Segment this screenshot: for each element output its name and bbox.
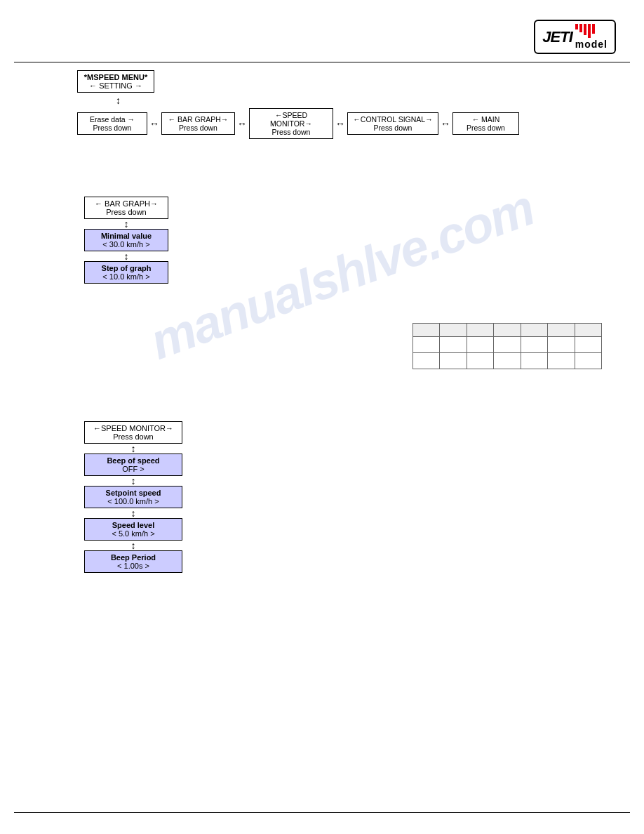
menu-box: *MSPEED MENU* ← SETTING → xyxy=(77,70,154,93)
top-rule xyxy=(14,62,630,62)
logo-bar-1 xyxy=(575,24,578,29)
speedmon-item-1-line1: Beep of speed xyxy=(89,456,177,465)
logo-bar-5 xyxy=(592,24,595,34)
flow-item-2-line1: ← BAR GRAPH→ xyxy=(166,115,230,124)
bargraph-item-2-line2: < 10.0 km/h > xyxy=(89,272,163,281)
logo: JETI model xyxy=(534,20,616,54)
speedmon-item-3-line1: Speed level xyxy=(89,521,177,529)
bg-hcell-4 xyxy=(494,324,521,336)
flow-item-3-line2: Press down xyxy=(254,128,328,136)
bg-cell-1-7 xyxy=(575,337,601,352)
arrow-down-sm-3: ↕ xyxy=(131,508,136,518)
bg-cell-1-4 xyxy=(494,337,521,352)
arrow-h-4: ↔ xyxy=(438,118,452,129)
bg-hcell-2 xyxy=(440,324,467,336)
speedmon-header-line2: Press down xyxy=(89,432,177,441)
bar-graph-visual xyxy=(412,323,602,369)
top-flow-row2: Erase data → Press down ↔ ← BAR GRAPH→ P… xyxy=(77,108,519,139)
section3-flow: ←SPEED MONITOR→ Press down ↕ Beep of spe… xyxy=(84,421,182,573)
bargraph-item-2-line1: Step of graph xyxy=(89,264,163,272)
bg-row-1 xyxy=(413,337,601,353)
arrow-down-sm-1: ↕ xyxy=(131,444,136,454)
bg-cell-2-5 xyxy=(521,353,548,369)
arrow-down-bg-2: ↕ xyxy=(124,251,129,261)
bargraph-header-line1: ← BAR GRAPH→ xyxy=(89,199,163,208)
speedmon-item-3-line2: < 5.0 km/h > xyxy=(89,529,177,538)
arrow-down-sm-2: ↕ xyxy=(131,476,136,486)
flow-item-3: ←SPEED MONITOR→ Press down xyxy=(249,108,333,139)
logo-bars xyxy=(575,24,595,38)
speedmon-item-4-line2: < 1.00s > xyxy=(89,562,177,570)
section2-flowchart: ← BAR GRAPH→ Press down ↕ Minimal value … xyxy=(84,197,168,284)
logo-bar-4 xyxy=(588,24,591,38)
arrow-h-1: ↔ xyxy=(147,118,161,129)
speedmon-item-2: Setpoint speed < 100.0 km/h > xyxy=(84,486,182,508)
bargraph-item-2: Step of graph < 10.0 km/h > xyxy=(84,261,168,284)
speedmon-item-2-line1: Setpoint speed xyxy=(89,489,177,497)
flow-item-1-line1: Erase data → xyxy=(82,115,142,124)
bg-header-row xyxy=(413,324,601,337)
bg-cell-1-5 xyxy=(521,337,548,352)
arrow-h-3: ↔ xyxy=(333,118,347,129)
flow-item-5: ← MAIN Press down xyxy=(452,112,519,135)
speedmon-header-box: ←SPEED MONITOR→ Press down xyxy=(84,421,182,444)
logo-bar-2 xyxy=(579,24,582,32)
bg-cell-2-2 xyxy=(440,353,467,369)
arrow-down-bg-1: ↕ xyxy=(124,219,129,229)
bg-cell-1-2 xyxy=(440,337,467,352)
flow-item-4-line2: Press down xyxy=(352,124,434,132)
logo-jeti-text: JETI xyxy=(542,28,572,46)
arrow-h-2: ↔ xyxy=(235,118,249,129)
flow-item-1-line2: Press down xyxy=(82,124,142,132)
bottom-rule xyxy=(14,812,630,813)
bg-hcell-7 xyxy=(575,324,601,336)
bg-cell-1-6 xyxy=(548,337,575,352)
flow-item-2: ← BAR GRAPH→ Press down xyxy=(161,112,235,135)
arrow-down-1: ↕ xyxy=(116,95,121,105)
bg-cell-2-7 xyxy=(575,353,601,369)
section1-flowchart: *MSPEED MENU* ← SETTING → ↕ Erase data →… xyxy=(21,70,623,139)
arrow-down-sm-4: ↕ xyxy=(131,541,136,550)
bg-cell-2-1 xyxy=(413,353,440,369)
speedmon-item-1-line2: OFF > xyxy=(89,465,177,473)
bg-row-2 xyxy=(413,353,601,369)
speedmon-header-line1: ←SPEED MONITOR→ xyxy=(89,424,177,432)
speedmon-item-2-line2: < 100.0 km/h > xyxy=(89,497,177,505)
bg-cell-2-6 xyxy=(548,353,575,369)
speedmon-item-1: Beep of speed OFF > xyxy=(84,454,182,476)
menu-line1: *MSPEED MENU* xyxy=(82,73,149,81)
top-flow: *MSPEED MENU* ← SETTING → ↕ Erase data →… xyxy=(77,70,623,139)
bg-hcell-3 xyxy=(467,324,494,336)
bg-cell-2-3 xyxy=(467,353,494,369)
bg-hcell-5 xyxy=(521,324,548,336)
speedmon-item-4-line1: Beep Period xyxy=(89,553,177,562)
top-flow-row1: *MSPEED MENU* ← SETTING → xyxy=(77,70,154,93)
bargraph-header-box: ← BAR GRAPH→ Press down xyxy=(84,197,168,219)
section2-flow: ← BAR GRAPH→ Press down ↕ Minimal value … xyxy=(84,197,168,284)
flow-item-5-line2: Press down xyxy=(457,124,514,132)
flow-item-2-line2: Press down xyxy=(166,124,230,132)
flow-item-1: Erase data → Press down xyxy=(77,112,147,135)
flow-item-5-line1: ← MAIN xyxy=(457,115,514,124)
section3-flowchart: ←SPEED MONITOR→ Press down ↕ Beep of spe… xyxy=(84,421,182,573)
flow-item-3-line1: ←SPEED MONITOR→ xyxy=(254,111,328,128)
bargraph-item-1: Minimal value < 30.0 km/h > xyxy=(84,229,168,251)
bg-cell-1-1 xyxy=(413,337,440,352)
logo-model-text: model xyxy=(575,39,608,50)
logo-model-wrap: model xyxy=(575,24,608,50)
speedmon-item-3: Speed level < 5.0 km/h > xyxy=(84,518,182,541)
bg-hcell-6 xyxy=(548,324,575,336)
bg-cell-1-3 xyxy=(467,337,494,352)
speedmon-item-4: Beep Period < 1.00s > xyxy=(84,550,182,573)
flow-item-4-line1: ←CONTROL SIGNAL→ xyxy=(352,115,434,124)
logo-bar-3 xyxy=(584,24,586,35)
flow-item-4: ←CONTROL SIGNAL→ Press down xyxy=(347,112,438,135)
bargraph-header-line2: Press down xyxy=(89,208,163,216)
bargraph-item-1-line2: < 30.0 km/h > xyxy=(89,240,163,249)
bg-cell-2-4 xyxy=(494,353,521,369)
bargraph-item-1-line1: Minimal value xyxy=(89,232,163,240)
bg-hcell-1 xyxy=(413,324,440,336)
menu-line2: ← SETTING → xyxy=(82,81,149,90)
